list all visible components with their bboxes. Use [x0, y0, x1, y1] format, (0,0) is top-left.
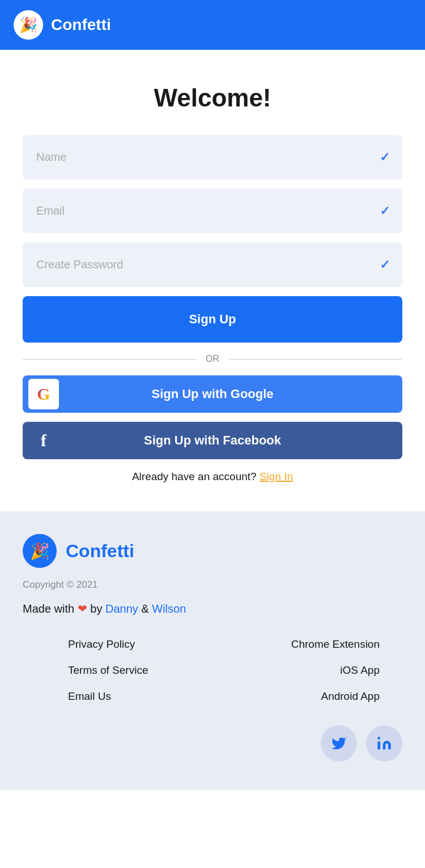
password-checkmark: ✓ [380, 258, 390, 272]
footer: 🎉 Confetti Copyright © 2021 Made with ❤ … [0, 511, 425, 790]
signin-prompt: Already have an account? Sign In [23, 471, 402, 483]
footer-logo-circle: 🎉 [23, 534, 57, 568]
footer-links: Privacy Policy Chrome Extension Terms of… [23, 638, 402, 703]
name-checkmark: ✓ [380, 150, 390, 165]
email-checkmark: ✓ [380, 204, 390, 219]
footer-brand-name: Confetti [66, 541, 134, 562]
author-danny-link[interactable]: Danny [105, 602, 138, 615]
linkedin-icon-circle[interactable] [366, 725, 402, 762]
email-us-link[interactable]: Email Us [23, 690, 207, 703]
or-line-left [23, 359, 197, 360]
footer-brand: 🎉 Confetti [23, 534, 402, 568]
facebook-signup-button[interactable]: f Sign Up with Facebook [23, 422, 402, 459]
password-input[interactable] [23, 242, 402, 287]
header-title: Confetti [51, 16, 111, 34]
made-with-text: Made with [23, 602, 78, 615]
footer-made-with: Made with ❤ by Danny & Wilson [23, 602, 402, 615]
main-content: Welcome! ✓ ✓ ✓ Sign Up OR G Sign Up with… [0, 50, 425, 511]
or-line-right [228, 359, 402, 360]
google-icon: G [37, 384, 50, 404]
google-signup-button[interactable]: G Sign Up with Google [23, 375, 402, 413]
email-input[interactable] [23, 189, 402, 233]
signin-link[interactable]: Sign In [260, 471, 293, 482]
android-app-link[interactable]: Android App [218, 690, 402, 703]
password-field-wrapper: ✓ [23, 242, 402, 287]
author-wilson-link[interactable]: Wilson [152, 602, 186, 615]
footer-copyright: Copyright © 2021 [23, 579, 402, 591]
ios-app-link[interactable]: iOS App [218, 664, 402, 677]
chrome-extension-link[interactable]: Chrome Extension [218, 638, 402, 651]
google-icon-box: G [28, 379, 59, 409]
social-icons [23, 725, 402, 762]
google-button-label: Sign Up with Google [36, 387, 389, 401]
twitter-icon [331, 736, 347, 751]
already-account-text: Already have an account? [132, 471, 257, 482]
ampersand: & [141, 602, 152, 615]
name-field-wrapper: ✓ [23, 135, 402, 179]
linkedin-icon [376, 736, 392, 751]
privacy-policy-link[interactable]: Privacy Policy [23, 638, 207, 651]
facebook-icon: f [41, 431, 46, 450]
header: 🎉 Confetti [0, 0, 425, 50]
or-divider: OR [23, 354, 402, 364]
svg-point-0 [377, 737, 380, 739]
facebook-icon-box: f [28, 425, 59, 456]
welcome-title: Welcome! [23, 84, 402, 112]
facebook-button-label: Sign Up with Facebook [36, 433, 389, 448]
signup-button[interactable]: Sign Up [23, 296, 402, 343]
twitter-icon-circle[interactable] [321, 725, 357, 762]
heart-icon: ❤ [78, 602, 87, 615]
or-text: OR [206, 354, 219, 364]
terms-of-service-link[interactable]: Terms of Service [23, 664, 207, 677]
footer-logo-icon: 🎉 [30, 542, 50, 561]
header-logo: 🎉 [14, 10, 43, 40]
made-by-text: by [90, 602, 105, 615]
name-input[interactable] [23, 135, 402, 179]
header-logo-icon: 🎉 [19, 18, 37, 32]
email-field-wrapper: ✓ [23, 189, 402, 233]
